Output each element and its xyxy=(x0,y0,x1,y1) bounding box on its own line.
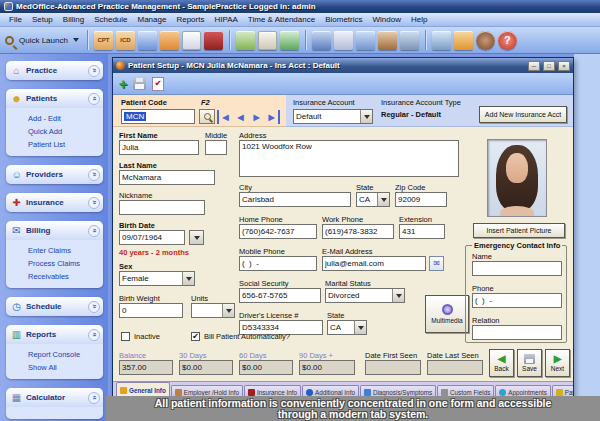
emergency-relation-input[interactable] xyxy=(472,325,562,340)
sidebar-item-enter-claims[interactable]: Enter Claims xyxy=(28,244,101,257)
menu-item-hipaa[interactable]: HIPAA xyxy=(209,15,242,24)
menu-item-billing[interactable]: Billing xyxy=(58,15,89,24)
collapse-chevron-icon[interactable]: » xyxy=(88,225,100,237)
mobile-phone-input[interactable] xyxy=(239,256,317,271)
address-input[interactable]: 1021 Woodfox Row xyxy=(239,140,459,177)
menu-item-reports[interactable]: Reports xyxy=(171,15,209,24)
insurance-account-select[interactable]: Default xyxy=(293,109,373,124)
state-select[interactable]: CA xyxy=(356,192,390,207)
birth-date-input[interactable] xyxy=(119,230,185,245)
expand-chevron-icon[interactable]: » xyxy=(88,65,100,77)
zip-code-input[interactable] xyxy=(395,192,447,207)
inactive-checkbox-box[interactable] xyxy=(121,332,130,341)
dropdown-arrow-icon[interactable] xyxy=(222,304,234,317)
sidebar-item-show-all[interactable]: Show All xyxy=(28,361,101,374)
sidebar-header-reports[interactable]: ▥ Reports » xyxy=(6,325,103,344)
dropdown-arrow-icon[interactable] xyxy=(354,321,366,334)
bill-automatically-checkbox[interactable]: ✔ Bill Patient Automatically? xyxy=(191,332,290,341)
save-icon[interactable] xyxy=(133,77,146,90)
sex-select[interactable]: Female xyxy=(119,271,195,286)
sidebar-header-billing[interactable]: ✉ Billing » xyxy=(6,221,103,240)
quick-launch-dropdown-icon[interactable] xyxy=(73,38,79,42)
sidebar-item-add-edit[interactable]: Add - Edit xyxy=(28,112,101,125)
nav-last-record-button[interactable]: ▶ xyxy=(265,110,280,124)
quick-launch-button[interactable]: Quick Launch xyxy=(19,36,68,45)
home-phone-input[interactable] xyxy=(239,224,317,239)
marital-status-select[interactable]: Divorced xyxy=(325,288,405,303)
work-phone-input[interactable] xyxy=(322,224,394,239)
icd-codes-icon[interactable]: ICD xyxy=(116,31,135,50)
biometrics-fingerprint-icon[interactable] xyxy=(476,31,495,50)
patient-search-button[interactable] xyxy=(199,109,215,124)
menu-item-manage[interactable]: Manage xyxy=(133,15,172,24)
sidebar-item-quick-add[interactable]: Quick Add xyxy=(28,125,101,138)
expand-chevron-icon[interactable]: » xyxy=(88,169,100,181)
back-button[interactable]: ◀ Back xyxy=(489,349,514,377)
statements-icon[interactable] xyxy=(280,31,299,50)
camera-bag-icon[interactable] xyxy=(204,31,223,50)
sidebar-item-process-claims[interactable]: Process Claims xyxy=(28,257,101,270)
next-button[interactable]: ▶ Next xyxy=(545,349,570,377)
birth-weight-input[interactable] xyxy=(119,303,183,318)
nav-first-record-button[interactable]: ◀ xyxy=(217,110,232,124)
dropdown-arrow-icon[interactable] xyxy=(360,110,372,123)
sidebar-item-receivables[interactable]: Receivables xyxy=(28,270,101,283)
menu-item-help[interactable]: Help xyxy=(406,15,432,24)
calendar-icon[interactable] xyxy=(356,31,375,50)
units-select[interactable] xyxy=(191,303,235,318)
menu-item-window[interactable]: Window xyxy=(368,15,406,24)
first-name-input[interactable] xyxy=(119,140,199,155)
menu-item-setup[interactable]: Setup xyxy=(27,15,58,24)
menu-item-time-attendance[interactable]: Time & Attendance xyxy=(243,15,320,24)
patient-record-icon[interactable] xyxy=(138,31,157,50)
sidebar-item-patient-list[interactable]: Patient List xyxy=(28,138,101,151)
maximize-button[interactable]: □ xyxy=(543,61,555,71)
multimedia-button[interactable]: Multimedia xyxy=(425,295,469,333)
nickname-input[interactable] xyxy=(119,200,205,215)
sidebar-item-report-console[interactable]: Report Console xyxy=(28,348,101,361)
emergency-name-input[interactable] xyxy=(472,261,562,276)
dropdown-arrow-icon[interactable] xyxy=(377,193,389,206)
patient-code-input[interactable]: MCN xyxy=(121,109,195,124)
birth-date-dropdown-button[interactable] xyxy=(189,230,204,245)
close-button[interactable]: × xyxy=(558,61,570,71)
patient-window-titlebar[interactable]: Patient Setup - MCN Julia McNamara - Ins… xyxy=(113,58,573,73)
city-input[interactable] xyxy=(239,192,351,207)
minimize-button[interactable]: ─ xyxy=(528,61,540,71)
network-users-icon[interactable] xyxy=(432,31,451,50)
save-button[interactable]: Save xyxy=(517,349,542,377)
appointment-note-icon[interactable] xyxy=(182,31,201,50)
insert-patient-picture-button[interactable]: Insert Patient Picture xyxy=(473,223,565,238)
help-icon[interactable]: ? xyxy=(498,31,517,50)
collapse-chevron-icon[interactable]: » xyxy=(88,329,100,341)
reminders-icon[interactable] xyxy=(454,31,473,50)
menu-item-file[interactable]: File xyxy=(4,15,27,24)
verify-icon[interactable]: ✔ xyxy=(152,77,164,91)
dropdown-arrow-icon[interactable] xyxy=(392,289,404,302)
charts-folder-icon[interactable] xyxy=(160,31,179,50)
sidebar-header-insurance[interactable]: ✚ Insurance » xyxy=(6,193,103,212)
inactive-checkbox[interactable]: Inactive xyxy=(121,332,160,341)
sidebar-header-calculator[interactable]: ▦ Calculator » xyxy=(6,388,103,407)
expand-chevron-icon[interactable]: » xyxy=(88,197,100,209)
sidebar-header-patients[interactable]: ☻ Patients » xyxy=(6,89,103,108)
report-clock-icon[interactable] xyxy=(334,31,353,50)
sidebar-header-practice[interactable]: ⌂ Practice » xyxy=(6,61,103,80)
last-name-input[interactable] xyxy=(119,170,215,185)
send-email-button[interactable]: ✉ xyxy=(429,256,444,271)
extension-input[interactable] xyxy=(399,224,445,239)
add-new-insurance-button[interactable]: Add New Insurance Acct xyxy=(479,106,567,123)
emergency-phone-input[interactable] xyxy=(472,293,562,308)
menu-item-schedule[interactable]: Schedule xyxy=(89,15,132,24)
sidebar-header-schedule[interactable]: ◷ Schedule » xyxy=(6,297,103,316)
social-security-input[interactable] xyxy=(239,288,321,303)
middle-input[interactable] xyxy=(205,140,227,155)
bill-automatically-checkbox-box[interactable]: ✔ xyxy=(191,332,200,341)
nav-next-record-button[interactable]: ▶ xyxy=(249,110,264,124)
payments-ledger-icon[interactable] xyxy=(312,31,331,50)
workstation-icon[interactable] xyxy=(400,31,419,50)
cpt-codes-icon[interactable]: CPT xyxy=(94,31,113,50)
add-patient-icon[interactable]: + xyxy=(119,77,127,91)
sidebar-header-providers[interactable]: ☺ Providers » xyxy=(6,165,103,184)
expand-chevron-icon[interactable]: » xyxy=(88,301,100,313)
